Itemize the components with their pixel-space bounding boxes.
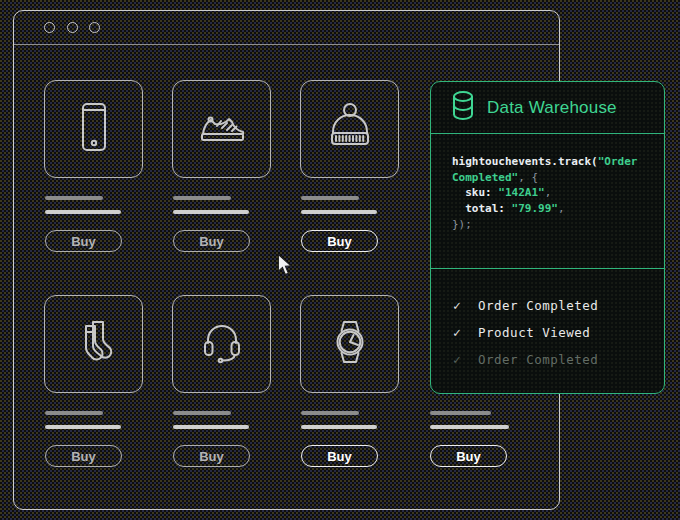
- headset-icon: [194, 314, 250, 374]
- code-block: hightouchevents.track("OrderCompleted", …: [452, 154, 650, 233]
- event-label: Order Completed: [478, 352, 598, 367]
- buy-button[interactable]: Buy: [173, 230, 250, 252]
- buy-button[interactable]: Buy: [173, 445, 250, 467]
- text-placeholder-line: [45, 210, 121, 214]
- buy-button[interactable]: Buy: [301, 230, 378, 252]
- text-placeholder-line: [173, 411, 231, 415]
- code-section: hightouchevents.track("OrderCompleted", …: [431, 134, 664, 269]
- traffic-light-icon[interactable]: [89, 22, 100, 33]
- panel-title: Data Warehouse: [487, 98, 617, 118]
- panel-header: Data Warehouse: [431, 82, 664, 134]
- beanie-icon: [322, 99, 378, 159]
- product-card[interactable]: [172, 295, 271, 393]
- text-placeholder-line: [301, 210, 377, 214]
- data-warehouse-panel: Data Warehouse hightouchevents.track("Or…: [430, 81, 665, 394]
- product-card[interactable]: [300, 295, 399, 393]
- watch-icon: [322, 314, 378, 374]
- text-placeholder-line: [173, 210, 249, 214]
- buy-button[interactable]: Buy: [45, 445, 122, 467]
- check-icon: ✓: [453, 352, 478, 367]
- text-placeholder-line: [45, 411, 103, 415]
- browser-titlebar: [14, 11, 559, 45]
- phone-icon: [66, 99, 122, 159]
- check-icon: ✓: [453, 325, 478, 340]
- text-placeholder-line: [430, 411, 491, 415]
- text-placeholder-line: [45, 196, 103, 200]
- mouse-cursor-icon: [277, 254, 293, 280]
- illustration-stage: Buy Buy: [0, 0, 680, 520]
- text-placeholder-line: [173, 196, 231, 200]
- database-icon: [451, 90, 475, 126]
- event-list: ✓Order Completed✓Product Viewed✓Order Co…: [431, 269, 664, 373]
- buy-button[interactable]: Buy: [430, 445, 507, 467]
- event-item: ✓Order Completed: [453, 346, 664, 373]
- socks-icon: [66, 314, 122, 374]
- text-placeholder-line: [301, 196, 359, 200]
- buy-button[interactable]: Buy: [301, 445, 378, 467]
- text-placeholder-line: [430, 425, 509, 429]
- text-placeholder-line: [173, 425, 249, 429]
- event-label: Product Viewed: [478, 325, 590, 340]
- traffic-light-icon[interactable]: [67, 22, 78, 33]
- event-item: ✓Order Completed: [453, 292, 664, 319]
- text-placeholder-line: [301, 411, 359, 415]
- product-card[interactable]: [44, 295, 143, 393]
- product-card[interactable]: [300, 80, 399, 178]
- product-card[interactable]: [172, 80, 271, 178]
- traffic-light-icon[interactable]: [44, 22, 55, 33]
- text-placeholder-line: [45, 425, 121, 429]
- text-placeholder-line: [301, 425, 377, 429]
- check-icon: ✓: [453, 298, 478, 313]
- event-label: Order Completed: [478, 298, 598, 313]
- sneaker-icon: [194, 99, 250, 159]
- buy-button[interactable]: Buy: [45, 230, 122, 252]
- event-item: ✓Product Viewed: [453, 319, 664, 346]
- product-card[interactable]: [44, 80, 143, 178]
